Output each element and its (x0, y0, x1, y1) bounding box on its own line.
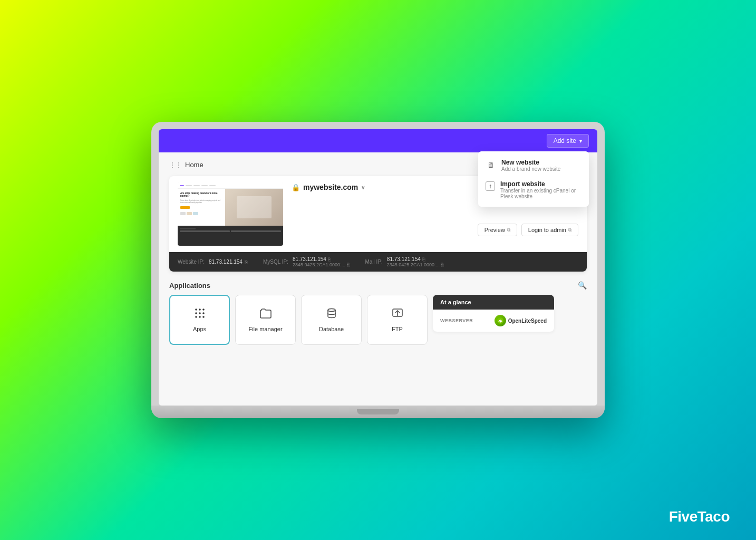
import-website-option[interactable]: ↑ Import website Transfer in an existing… (478, 176, 589, 204)
import-website-icon: ↑ (486, 181, 495, 191)
apps-grid: Apps File manager (169, 295, 428, 345)
add-site-chevron: ▾ (579, 138, 582, 144)
apps-icon (194, 307, 206, 322)
app-card-database[interactable]: Database (301, 295, 362, 345)
svg-point-7 (199, 316, 201, 318)
new-website-subtitle: Add a brand new website (501, 166, 560, 172)
laptop-notch (357, 409, 399, 414)
website-ip-copy[interactable]: ⎘ (245, 259, 247, 265)
webserver-label: WEBSERVER (440, 318, 473, 323)
file-manager-label: File manager (248, 326, 282, 332)
apps-label: Apps (193, 326, 206, 332)
domain-chevron: ∨ (361, 185, 365, 190)
mysql-ipv6-copy[interactable]: ⎘ (347, 262, 350, 267)
login-to-admin-button[interactable]: Login to admin ⧉ (521, 224, 578, 236)
app-card-file-manager[interactable]: File manager (235, 295, 296, 345)
new-website-option[interactable]: 🖥 New website Add a brand new website (478, 155, 589, 176)
applications-title: Applications (169, 282, 210, 290)
mail-ip-value: 81.73.121.154 (387, 256, 421, 262)
website-preview-thumbnail: Are silos making teamwork more painful? … (178, 182, 283, 246)
fivetaco-brand: FiveTaco (669, 508, 730, 525)
svg-point-6 (195, 316, 197, 318)
svg-point-8 (202, 316, 205, 318)
mysql-ip-label: MySQL IP: (263, 259, 288, 265)
svg-point-9 (328, 309, 335, 312)
svg-point-1 (199, 308, 201, 311)
laptop-frame: Add site ▾ 🖥 New website Add a brand new… (151, 122, 605, 418)
svg-point-12 (499, 321, 501, 323)
add-site-dropdown: 🖥 New website Add a brand new website ↑ … (478, 151, 589, 207)
svg-point-0 (195, 308, 197, 311)
website-ip-item: Website IP: 81.73.121.154 ⎘ (178, 259, 247, 265)
svg-point-2 (202, 308, 205, 311)
applications-header: Applications 🔍 (169, 281, 587, 290)
new-website-icon: 🖥 (486, 160, 496, 170)
import-website-text: Import website Transfer in an existing c… (500, 180, 581, 199)
at-glance-body: WEBSERVER OpenLiteSpeed (433, 310, 554, 332)
mail-ip-item: Mail IP: 81.73.121.154 ⎘ 2345:0425:2CA1:… (365, 256, 444, 267)
ip-bar: Website IP: 81.73.121.154 ⎘ MySQL IP: 81… (169, 252, 587, 272)
website-domain: 🔒 mywebsite.com ∨ (292, 183, 365, 191)
mail-ip-copy[interactable]: ⎘ (422, 257, 425, 262)
mail-ipv6-copy[interactable]: ⎘ (441, 262, 443, 267)
add-site-label: Add site (554, 137, 576, 144)
app-card-ftp[interactable]: FTP (367, 295, 428, 345)
applications-section: Applications 🔍 (169, 281, 587, 345)
import-website-title: Import website (500, 180, 581, 188)
ftp-label: FTP (392, 326, 403, 332)
add-site-button[interactable]: Add site ▾ (547, 134, 589, 148)
webserver-value: OpenLiteSpeed (508, 318, 547, 324)
laptop-base (151, 406, 605, 418)
mail-ip-label: Mail IP: (365, 259, 383, 265)
mail-ipv6: 2345:0425:2CA1:0000:... ⎘ (387, 262, 444, 267)
website-actions: Preview ⧉ Login to admin ⧉ (292, 224, 578, 236)
new-website-text: New website Add a brand new website (501, 159, 560, 172)
svg-point-3 (195, 312, 197, 314)
database-label: Database (319, 326, 344, 332)
svg-point-4 (199, 312, 201, 314)
grid-icon: ⋮⋮ (169, 161, 182, 169)
domain-name: mywebsite.com (303, 183, 358, 191)
header-bar: Add site ▾ 🖥 New website Add a brand new… (159, 129, 597, 152)
website-ip-label: Website IP: (178, 259, 205, 265)
website-ip-value: 81.73.121.154 (209, 259, 243, 265)
applications-search-button[interactable]: 🔍 (578, 281, 587, 290)
admin-external-icon: ⧉ (568, 227, 571, 233)
laptop-screen: Add site ▾ 🖥 New website Add a brand new… (159, 129, 597, 406)
svg-point-5 (202, 312, 205, 314)
svg-point-11 (497, 317, 503, 324)
import-website-subtitle: Transfer in an existing cPanel or Plesk … (500, 188, 581, 199)
at-glance-card: At a glance WEBSERVER (433, 295, 554, 332)
mysql-ip-item: MySQL IP: 81.73.121.154 ⎘ 2345:0425:2CA1… (263, 256, 350, 267)
preview-nav (178, 182, 283, 189)
mysql-ip-value: 81.73.121.154 (293, 256, 326, 262)
preview-label: Preview (484, 227, 505, 233)
at-glance-title: At a glance (433, 295, 554, 310)
preview-button[interactable]: Preview ⧉ (478, 224, 517, 236)
preview-external-icon: ⧉ (507, 227, 510, 233)
admin-label: Login to admin (528, 227, 566, 233)
bottom-row: Apps File manager (169, 295, 587, 345)
app-card-apps[interactable]: Apps (169, 295, 230, 345)
mysql-ipv6: 2345:0425:2CA1:0000:... ⎘ (293, 262, 350, 267)
lock-icon: 🔒 (292, 184, 300, 191)
ols-icon (495, 315, 506, 326)
new-website-title: New website (501, 159, 560, 166)
database-icon (326, 307, 337, 322)
file-manager-icon (260, 307, 272, 322)
ftp-icon (392, 307, 403, 322)
breadcrumb-label: Home (185, 161, 203, 169)
openlitespeed-logo: OpenLiteSpeed (495, 315, 547, 326)
mysql-ip-copy[interactable]: ⎘ (328, 257, 331, 262)
